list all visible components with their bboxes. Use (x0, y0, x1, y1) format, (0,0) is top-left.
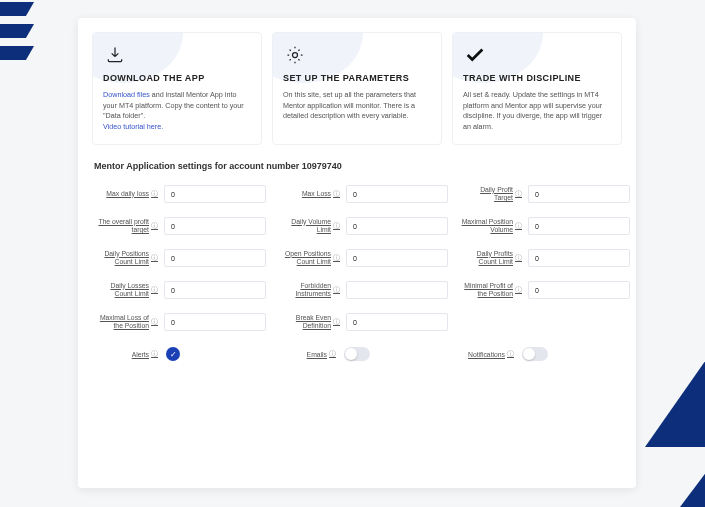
input-forbidden-instruments[interactable] (346, 281, 448, 299)
input-max-loss[interactable] (346, 185, 448, 203)
label-daily-volume-limit: Daily Volume Limitⓘ (278, 218, 340, 235)
settings-header: Mentor Application settings for account … (94, 161, 622, 171)
input-daily-losses-count[interactable] (164, 281, 266, 299)
decor-triangle-right-1 (645, 347, 705, 447)
help-icon[interactable]: ⓘ (515, 286, 522, 295)
label-min-profit-position: Minimal Profit of the Positionⓘ (460, 282, 522, 299)
settings-form: Max daily lossⓘ Max Lossⓘ Daily Profit T… (92, 185, 622, 331)
field-max-loss-position: Maximal Loss of the Positionⓘ (96, 313, 266, 331)
field-max-loss: Max Lossⓘ (278, 185, 448, 203)
field-daily-profit-target: Daily Profit Targetⓘ (460, 185, 630, 203)
decor-triangle-bottom-left (0, 467, 60, 507)
input-daily-volume-limit[interactable] (346, 217, 448, 235)
input-break-even[interactable] (346, 313, 448, 331)
download-icon (103, 43, 127, 67)
label-open-positions-count: Open Positions Count Limitⓘ (278, 250, 340, 267)
input-min-profit-position[interactable] (528, 281, 630, 299)
help-icon[interactable]: ⓘ (333, 318, 340, 327)
label-max-daily-loss: Max daily lossⓘ (96, 190, 158, 199)
help-icon[interactable]: ⓘ (151, 286, 158, 295)
field-break-even: Break Even Definitionⓘ (278, 313, 448, 331)
field-overall-profit-target: The overall profit targetⓘ (96, 217, 266, 235)
card-download: DOWNLOAD THE APP Download files and inst… (92, 32, 262, 145)
decor-stripes-top-left (0, 0, 60, 100)
toggle-item-notifications: Notificationsⓘ (452, 347, 618, 361)
label-notifications: Notificationsⓘ (452, 349, 514, 359)
input-max-loss-position[interactable] (164, 313, 266, 331)
label-daily-profits-count: Daily Profits Count Limitⓘ (460, 250, 522, 267)
label-daily-losses-count: Daily Losses Count Limitⓘ (96, 282, 158, 299)
field-open-positions-count: Open Positions Count Limitⓘ (278, 249, 448, 267)
card-setup-title: SET UP THE PARAMETERS (283, 73, 431, 84)
toggle-emails[interactable] (344, 347, 370, 361)
label-max-loss: Max Lossⓘ (278, 190, 340, 199)
label-daily-profit-target: Daily Profit Targetⓘ (460, 186, 522, 203)
toggle-notifications[interactable] (522, 347, 548, 361)
help-icon[interactable]: ⓘ (333, 222, 340, 231)
label-emails: Emailsⓘ (274, 349, 336, 359)
onboarding-cards: DOWNLOAD THE APP Download files and inst… (92, 32, 622, 145)
svg-point-0 (293, 53, 298, 58)
check-icon (463, 43, 487, 67)
help-icon[interactable]: ⓘ (329, 349, 336, 359)
input-daily-profit-target[interactable] (528, 185, 630, 203)
help-icon[interactable]: ⓘ (333, 254, 340, 263)
input-open-positions-count[interactable] (346, 249, 448, 267)
label-alerts: Alertsⓘ (96, 349, 158, 359)
toggle-item-alerts: Alertsⓘ (96, 347, 262, 361)
label-overall-profit-target: The overall profit targetⓘ (96, 218, 158, 235)
input-daily-positions-count[interactable] (164, 249, 266, 267)
field-daily-losses-count: Daily Losses Count Limitⓘ (96, 281, 266, 299)
card-setup-body: On this site, set up all the parameters … (283, 90, 431, 121)
label-forbidden-instruments: Forbidden Instrumentsⓘ (278, 282, 340, 299)
card-download-body: Download files and install Mentor App in… (103, 90, 251, 132)
field-daily-positions-count: Daily Positions Count Limitⓘ (96, 249, 266, 267)
input-overall-profit-target[interactable] (164, 217, 266, 235)
label-max-position-volume: Maximal Position Volumeⓘ (460, 218, 522, 235)
card-trade-body: All set & ready. Update the settings in … (463, 90, 611, 132)
help-icon[interactable]: ⓘ (515, 254, 522, 263)
gear-icon (283, 43, 307, 67)
field-forbidden-instruments: Forbidden Instrumentsⓘ (278, 281, 448, 299)
help-icon[interactable]: ⓘ (515, 222, 522, 231)
field-daily-volume-limit: Daily Volume Limitⓘ (278, 217, 448, 235)
input-max-daily-loss[interactable] (164, 185, 266, 203)
toggle-row: Alertsⓘ Emailsⓘ Notificationsⓘ (92, 347, 622, 361)
help-icon[interactable]: ⓘ (151, 254, 158, 263)
help-icon[interactable]: ⓘ (151, 190, 158, 199)
input-max-position-volume[interactable] (528, 217, 630, 235)
field-max-daily-loss: Max daily lossⓘ (96, 185, 266, 203)
card-trade: TRADE WITH DISCIPLINE All set & ready. U… (452, 32, 622, 145)
label-daily-positions-count: Daily Positions Count Limitⓘ (96, 250, 158, 267)
field-min-profit-position: Minimal Profit of the Positionⓘ (460, 281, 630, 299)
field-daily-profits-count: Daily Profits Count Limitⓘ (460, 249, 630, 267)
toggle-alerts[interactable] (166, 347, 180, 361)
card-download-title: DOWNLOAD THE APP (103, 73, 251, 84)
card-trade-title: TRADE WITH DISCIPLINE (463, 73, 611, 84)
download-files-link[interactable]: Download files (103, 90, 150, 99)
toggle-item-emails: Emailsⓘ (274, 347, 440, 361)
label-max-loss-position: Maximal Loss of the Positionⓘ (96, 314, 158, 331)
help-icon[interactable]: ⓘ (333, 190, 340, 199)
decor-triangle-right-2 (665, 447, 705, 507)
help-icon[interactable]: ⓘ (151, 349, 158, 359)
help-icon[interactable]: ⓘ (151, 318, 158, 327)
help-icon[interactable]: ⓘ (333, 286, 340, 295)
field-max-position-volume: Maximal Position Volumeⓘ (460, 217, 630, 235)
label-break-even: Break Even Definitionⓘ (278, 314, 340, 331)
input-daily-profits-count[interactable] (528, 249, 630, 267)
help-icon[interactable]: ⓘ (515, 190, 522, 199)
help-icon[interactable]: ⓘ (151, 222, 158, 231)
help-icon[interactable]: ⓘ (507, 349, 514, 359)
settings-panel: DOWNLOAD THE APP Download files and inst… (78, 18, 636, 488)
video-tutorial-link[interactable]: Video tutorial here. (103, 122, 163, 131)
card-setup: SET UP THE PARAMETERS On this site, set … (272, 32, 442, 145)
